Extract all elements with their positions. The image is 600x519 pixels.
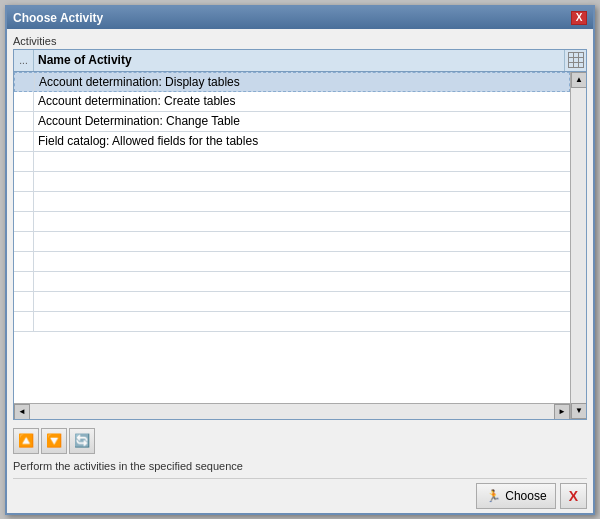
table-row[interactable] (14, 232, 570, 252)
table-row[interactable] (14, 152, 570, 172)
dialog-content: Activities ... Name of Activity (7, 29, 593, 424)
title-bar: Choose Activity X (7, 7, 593, 29)
dialog-title: Choose Activity (13, 11, 103, 25)
scroll-down-btn[interactable]: ▼ (571, 403, 587, 419)
grid-icon (568, 52, 584, 68)
download-icon: 🔽 (46, 433, 62, 448)
col-name-header: Name of Activity (34, 53, 564, 67)
grid-icon-container[interactable] (564, 50, 586, 71)
row-dots (14, 312, 34, 331)
choose-button[interactable]: 🏃 Choose (476, 483, 555, 509)
right-scrollbar[interactable]: ▲ ▼ (570, 72, 586, 419)
table-row[interactable] (14, 212, 570, 232)
choose-activity-dialog: Choose Activity X Activities ... Name of… (5, 5, 595, 515)
table-header: ... Name of Activity (14, 50, 586, 72)
row-dots (14, 152, 34, 171)
table-row[interactable]: Account determination: Display tables (14, 72, 570, 92)
scroll-track[interactable] (571, 88, 586, 403)
table-body[interactable]: Account determination: Display tables Ac… (14, 72, 586, 403)
table-row[interactable] (14, 292, 570, 312)
row-dots (14, 292, 34, 311)
row-dots (14, 232, 34, 251)
choose-icon: 🏃 (485, 488, 501, 504)
row-dots (14, 252, 34, 271)
cancel-button[interactable]: X (560, 483, 587, 509)
cancel-icon: X (569, 488, 578, 504)
toolbar-btn-1[interactable]: 🔼 (13, 428, 39, 454)
refresh-icon: 🔄 (74, 433, 90, 448)
choose-label: Choose (505, 489, 546, 503)
row-dots (15, 73, 35, 91)
toolbar-btn-2[interactable]: 🔽 (41, 428, 67, 454)
row-dots (14, 132, 34, 151)
toolbar-btn-3[interactable]: 🔄 (69, 428, 95, 454)
section-label: Activities (13, 35, 587, 47)
table-row[interactable] (14, 312, 570, 332)
table-row[interactable] (14, 252, 570, 272)
close-button[interactable]: X (571, 11, 587, 25)
row-dots (14, 272, 34, 291)
bottom-scrollbar[interactable]: ◄ ► (14, 403, 570, 419)
dialog-footer: 🔼 🔽 🔄 Perform the activities in the spec… (7, 424, 593, 513)
activity-icon: 🔼 (18, 433, 34, 448)
row-dots (14, 112, 34, 131)
scroll-right-btn[interactable]: ► (554, 404, 570, 420)
row-name: Account Determination: Change Table (34, 114, 570, 128)
footer-toolbar: 🔼 🔽 🔄 (13, 428, 587, 454)
table-row[interactable] (14, 172, 570, 192)
scroll-track-h[interactable] (30, 404, 554, 419)
row-dots (14, 212, 34, 231)
activities-table: ... Name of Activity (13, 49, 587, 420)
table-row[interactable]: Account Determination: Change Table (14, 112, 570, 132)
table-row[interactable] (14, 192, 570, 212)
row-dots (14, 92, 34, 111)
scroll-up-btn[interactable]: ▲ (571, 72, 587, 88)
row-dots (14, 172, 34, 191)
row-name: Field catalog: Allowed fields for the ta… (34, 134, 570, 148)
col-dots: ... (14, 50, 34, 71)
scroll-left-btn[interactable]: ◄ (14, 404, 30, 420)
footer-actions: 🏃 Choose X (13, 478, 587, 509)
table-row[interactable] (14, 272, 570, 292)
row-name: Account determination: Create tables (34, 94, 570, 108)
status-text: Perform the activities in the specified … (13, 458, 587, 474)
table-row[interactable]: Account determination: Create tables (14, 92, 570, 112)
row-dots (14, 192, 34, 211)
table-row[interactable]: Field catalog: Allowed fields for the ta… (14, 132, 570, 152)
row-name: Account determination: Display tables (35, 75, 569, 89)
